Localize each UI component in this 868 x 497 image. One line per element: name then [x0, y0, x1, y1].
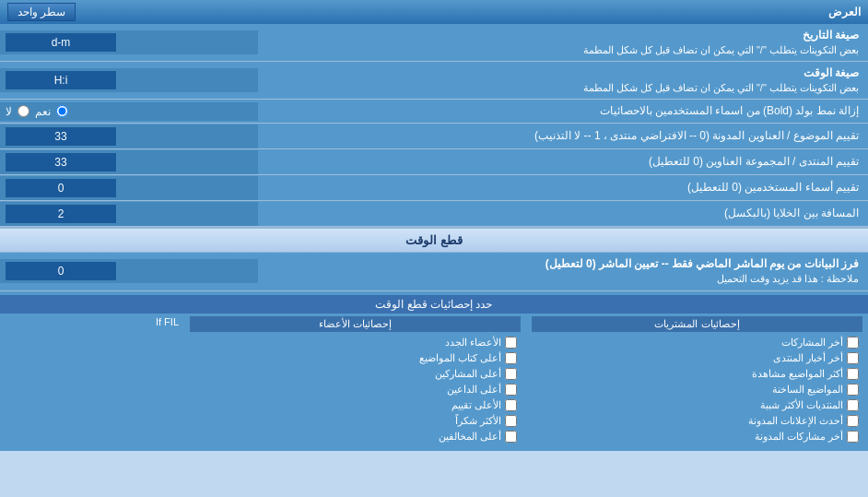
cell-spacing-input[interactable] [6, 205, 116, 223]
bottom-section: حدد إحصائيات قطع الوقت إحصائيات المشتريا… [0, 291, 868, 451]
cb-top-violators: أعلى المخالفين [190, 429, 521, 444]
cb-top-rated: الأعلى تقييم [190, 397, 521, 413]
cb-top-posters-input[interactable] [505, 368, 517, 380]
time-filter-label: فرز البيانات من يوم الماشر الماضي فقط --… [258, 253, 868, 290]
time-format-input[interactable] [6, 71, 116, 89]
bold-radio-no[interactable] [18, 105, 29, 117]
bold-radio-group: نعم لا [6, 105, 68, 118]
forum-order-input-cell [0, 150, 258, 174]
cb-latest-ads-input[interactable] [847, 415, 859, 427]
time-filter-row: فرز البيانات من يوم الماشر الماضي فقط --… [0, 253, 868, 290]
user-order-input[interactable] [6, 179, 116, 197]
forum-order-label: تقييم المنتدى / المجموعة العناوين (0 للت… [258, 150, 868, 173]
bold-radio-yes-label: نعم [35, 105, 51, 118]
cb-top-callers-label: أعلى الداعين [447, 384, 501, 396]
cb-popular-forums-input[interactable] [847, 399, 859, 411]
cb-top-writers: أعلى كتاب المواضيع [190, 350, 521, 366]
stats-col-purchases: إحصائيات المشتريات أخر المشاركات أخر أخب… [526, 314, 868, 447]
cb-latest-ads-label: أحدث الإعلانات المدونة [748, 415, 843, 427]
cb-most-thanks-label: الأكثر شكراً [455, 415, 501, 427]
cb-top-rated-input[interactable] [505, 399, 517, 411]
cb-popular-forums-label: المنتديات الأكثر شببة [760, 399, 843, 411]
cb-top-callers-input[interactable] [505, 384, 517, 396]
user-order-input-cell [0, 176, 258, 200]
dropdown-button[interactable]: سطر واحد [7, 3, 76, 21]
cb-hot-topics-input[interactable] [847, 384, 859, 396]
time-filter-input-cell [0, 259, 258, 283]
main-container: العرض سطر واحد صيغة التاريخ بعض التكوينا… [0, 0, 868, 451]
cb-top-posters-label: أعلى المشاركين [435, 368, 501, 380]
bottom-right-area: If FIL [0, 314, 184, 447]
cb-new-members-input[interactable] [505, 337, 517, 349]
cb-latest-posts: أخر المشاركات [532, 335, 862, 350]
cb-top-violators-input[interactable] [505, 431, 517, 443]
topic-order-input-cell [0, 124, 258, 148]
cb-forum-news-input[interactable] [847, 352, 859, 364]
user-order-label: تقييم أسماء المستخدمين (0 للتعطيل) [258, 176, 868, 199]
topic-order-row: تقييم الموضوع / العناوين المدونة (0 -- ا… [0, 124, 868, 149]
cb-top-writers-input[interactable] [505, 352, 517, 364]
bold-radio-no-label: لا [6, 105, 12, 118]
cb-new-members-label: الأعضاء الجدد [445, 337, 501, 349]
cb-hot-topics-label: المواضيع الساخنة [772, 384, 843, 396]
cb-most-thanks-input[interactable] [505, 415, 517, 427]
cb-latest-posts-input[interactable] [847, 337, 859, 349]
bottom-content: إحصائيات المشتريات أخر المشاركات أخر أخب… [0, 314, 868, 447]
top-header: العرض سطر واحد [0, 0, 868, 24]
cb-blog-posts: أخر مشاركات المدونة [532, 429, 862, 444]
date-format-row: صيغة التاريخ بعض التكوينات يتطلب "/" الت… [0, 24, 868, 62]
cb-forum-news: أخر أخبار المنتدى [532, 350, 862, 366]
time-format-input-cell [0, 68, 258, 92]
date-format-input-cell [0, 30, 258, 54]
cb-most-viewed-input[interactable] [847, 368, 859, 380]
cb-top-violators-label: أعلى المخالفين [439, 431, 501, 443]
cb-most-viewed: أكثر المواضيع مشاهدة [532, 366, 862, 382]
bold-remove-row: إزالة نمط بولد (Bold) من اسماء المستخدمي… [0, 100, 868, 124]
forum-order-row: تقييم المنتدى / المجموعة العناوين (0 للت… [0, 149, 868, 175]
cb-popular-forums: المنتديات الأكثر شببة [532, 397, 862, 413]
header-label: العرض [828, 6, 861, 18]
bold-remove-label: إزالة نمط بولد (Bold) من اسماء المستخدمي… [258, 100, 868, 123]
date-format-label: صيغة التاريخ بعض التكوينات يتطلب "/" الت… [258, 24, 868, 61]
stats-header: حدد إحصائيات قطع الوقت [0, 295, 868, 314]
members-title: إحصائيات الأعضاء [190, 316, 521, 332]
bold-remove-radio-cell: نعم لا [0, 102, 258, 121]
cb-top-writers-label: أعلى كتاب المواضيع [419, 352, 501, 364]
topic-order-input[interactable] [6, 127, 116, 146]
cb-blog-posts-input[interactable] [847, 431, 859, 443]
topic-order-label: تقييم الموضوع / العناوين المدونة (0 -- ا… [258, 124, 868, 148]
cell-spacing-input-cell [0, 202, 258, 226]
time-section-header: قطع الوقت [0, 227, 868, 253]
cb-top-callers: أعلى الداعين [190, 382, 521, 397]
bold-radio-yes[interactable] [56, 105, 68, 117]
cb-top-posters: أعلى المشاركين [190, 366, 521, 382]
cb-top-rated-label: الأعلى تقييم [452, 399, 501, 411]
cb-most-thanks: الأكثر شكراً [190, 413, 521, 429]
time-filter-input[interactable] [6, 262, 116, 280]
cb-latest-ads: أحدث الإعلانات المدونة [532, 413, 862, 429]
cb-forum-news-label: أخر أخبار المنتدى [773, 352, 843, 364]
cb-blog-posts-label: أخر مشاركات المدونة [755, 431, 843, 443]
if-fil-label: If FIL [6, 316, 179, 327]
cb-new-members: الأعضاء الجدد [190, 335, 521, 350]
time-format-row: صيغة الوقت بعض التكوينات يتطلب "/" التي … [0, 62, 868, 100]
date-format-input[interactable] [6, 33, 116, 52]
cb-hot-topics: المواضيع الساخنة [532, 382, 862, 397]
cell-spacing-row: المسافة بين الخلايا (بالبكسل) [0, 201, 868, 227]
cell-spacing-label: المسافة بين الخلايا (بالبكسل) [258, 202, 868, 225]
time-format-label: صيغة الوقت بعض التكوينات يتطلب "/" التي … [258, 62, 868, 99]
cb-latest-posts-label: أخر المشاركات [781, 337, 843, 349]
forum-order-input[interactable] [6, 153, 116, 172]
purchases-title: إحصائيات المشتريات [532, 316, 862, 332]
user-order-row: تقييم أسماء المستخدمين (0 للتعطيل) [0, 175, 868, 201]
cb-most-viewed-label: أكثر المواضيع مشاهدة [752, 368, 843, 380]
stats-col-members: إحصائيات الأعضاء الأعضاء الجدد أعلى كتاب… [184, 314, 526, 447]
